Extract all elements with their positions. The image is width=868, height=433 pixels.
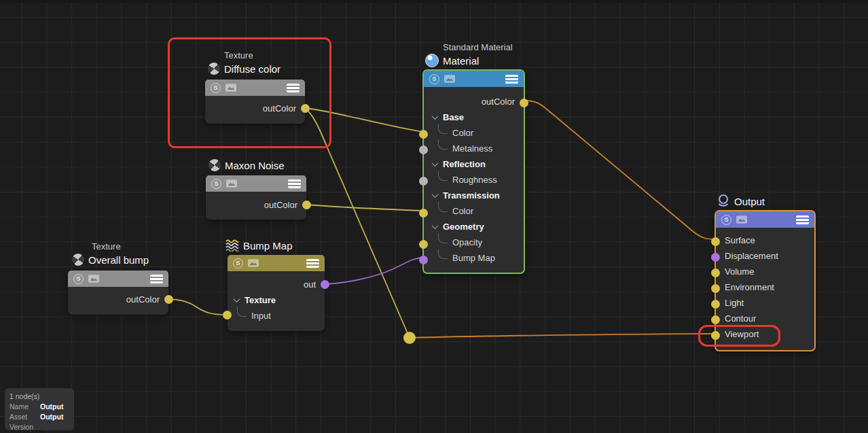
wire-noise-to-transmission-color[interactable] [306,205,423,211]
port-label-outcolor: outColor [206,197,306,213]
node-bumpmap-title: Bump Map [225,239,293,252]
node-noise-title: Maxon Noise [209,159,285,171]
branch-line [438,249,448,259]
port-material-bump-map[interactable] [419,256,428,264]
info-row-version: Version [10,421,69,432]
port-label-out: out [228,277,325,292]
port-material-opacity[interactable] [419,240,428,249]
material-sphere-icon [425,54,439,67]
port-label-environment: Environment [716,279,814,295]
group-geometry[interactable]: Geometry [424,219,524,235]
wire-overallbump-to-bump-input[interactable] [168,299,226,315]
port-label-roughness: Roughness [424,172,524,188]
menu-icon[interactable] [505,75,518,84]
reroute-dot-node[interactable] [403,332,416,344]
port-bumpmap-input[interactable] [223,311,232,319]
node-maxon-noise[interactable]: S outColor [206,175,306,220]
port-output-volume[interactable] [711,269,720,277]
menu-icon[interactable] [150,275,163,283]
solo-icon[interactable]: S [73,274,84,284]
annotation-highlight-diffuse-node [168,37,331,148]
port-label-light: Light [716,295,814,311]
port-label-surface: Surface [716,232,814,248]
port-label-transmission-color: Color [424,203,524,219]
chevron-down-icon [432,191,439,198]
node-material-title: Material [425,54,479,67]
port-material-transmission-color[interactable] [419,209,428,218]
waves-icon [225,239,239,252]
chevron-down-icon [432,113,439,120]
port-output-contour[interactable] [711,315,720,324]
node-overallbump-title: Overall bump [72,254,149,266]
port-label-metalness: Metalness [424,141,524,156]
selection-info-box: 1 node(s) Name Output Asset Output Versi… [5,388,74,430]
node-overallbump-header[interactable]: S [68,271,168,287]
port-bumpmap-out[interactable] [321,280,329,289]
port-material-outcolor[interactable] [520,99,528,107]
node-bump-map[interactable]: S out Texture Input [228,255,325,331]
preview-icon[interactable] [226,179,237,188]
preview-icon[interactable] [444,75,455,83]
chevron-down-icon [234,296,240,302]
port-material-base-color[interactable] [419,130,428,139]
menu-icon[interactable] [306,259,319,268]
port-output-environment[interactable] [711,284,720,293]
preview-icon[interactable] [736,215,747,224]
selection-count: 1 node(s) [10,391,69,401]
chevron-down-icon [432,160,439,167]
node-overallbump-type-label: Texture [92,241,121,252]
port-output-surface[interactable] [711,237,720,246]
port-label-outcolor: outColor [68,292,168,307]
chevron-down-icon [432,222,439,229]
preview-icon[interactable] [248,259,259,267]
node-material-type-label: Standard Material [443,42,513,52]
port-label-opacity: Opacity [424,235,524,250]
wire-material-to-output-surface[interactable] [524,101,715,239]
node-overall-bump[interactable]: S outColor [68,271,168,315]
node-bumpmap-header[interactable]: S [228,255,325,271]
port-material-roughness[interactable] [419,177,428,186]
solo-icon[interactable]: S [721,215,731,225]
wire-bumpout-to-material-bumpmap[interactable] [325,258,423,284]
port-output-light[interactable] [711,300,720,309]
node-output-title: Output [717,194,765,209]
port-label-base-color: Color [424,125,524,141]
node-standard-material[interactable]: S outColor Base Color Metalness Refle [422,69,525,274]
branch-line [438,139,448,150]
group-transmission[interactable]: Transmission [424,188,524,203]
port-label-input: Input [228,308,325,324]
branch-line [237,307,247,317]
texture-sphere-icon [72,254,84,266]
port-output-displacement[interactable] [711,253,720,262]
branch-line [438,233,448,243]
info-row-asset: Asset Output [10,411,69,421]
branch-line [438,202,448,212]
port-overallbump-outcolor[interactable] [164,295,173,304]
texture-sphere-icon [209,159,221,171]
port-label-bump-map: Bump Map [424,250,524,266]
node-noise-header[interactable]: S [206,175,306,192]
menu-icon[interactable] [796,215,809,224]
solo-icon[interactable]: S [211,179,221,189]
annotation-highlight-viewport-port [698,325,780,347]
group-base[interactable]: Base [424,109,524,125]
node-editor-canvas[interactable]: Texture Diffuse color S outColor Maxon N… [0,0,868,433]
port-label-volume: Volume [716,264,814,279]
menu-icon[interactable] [288,179,301,188]
branch-line [438,124,448,134]
branch-line [438,171,448,181]
group-texture[interactable]: Texture [228,292,325,308]
group-reflection[interactable]: Reflection [424,156,524,172]
solo-icon[interactable]: S [429,74,439,84]
node-output-header[interactable]: S [716,211,814,228]
output-icon [717,194,730,209]
info-row-name: Name Output [10,401,69,411]
port-label-contour: Contour [716,311,814,326]
node-material-header[interactable]: S [424,71,524,87]
port-label-outcolor: outColor [424,94,524,109]
solo-icon[interactable]: S [233,258,243,269]
port-material-metalness[interactable] [419,145,428,154]
wire-dot-to-output-viewport[interactable] [410,334,715,338]
preview-icon[interactable] [88,275,99,283]
port-noise-outcolor[interactable] [302,201,311,209]
